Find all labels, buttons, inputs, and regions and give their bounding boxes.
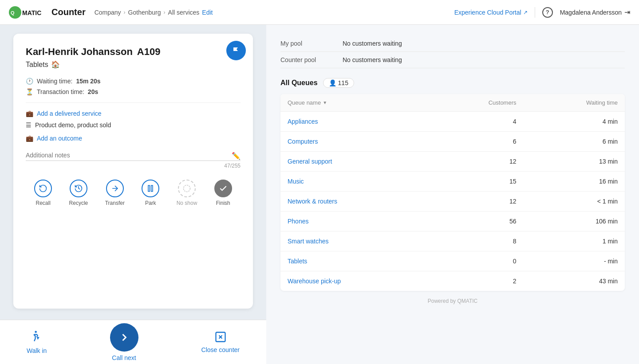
page-title: Counter	[51, 7, 86, 17]
close-counter-label: Close counter	[201, 346, 240, 353]
waiting-cell: 6 min	[524, 132, 625, 152]
recycle-icon	[70, 180, 87, 197]
table-row[interactable]: Computers 6 6 min	[280, 132, 625, 152]
walk-in-button[interactable]: Walk in	[27, 330, 47, 354]
flag-button[interactable]	[226, 41, 246, 60]
recycle-button[interactable]: Recycle	[69, 180, 88, 206]
table-row[interactable]: Appliances 4 4 min	[280, 112, 625, 132]
recall-button[interactable]: Recall	[34, 180, 52, 206]
breadcrumb: Company › Gothenburg › All services Edit	[95, 9, 213, 16]
transaction-time-row: ⏳ Transaction time: 20s	[26, 88, 241, 95]
col-queue-name[interactable]: Queue name ▼	[280, 94, 430, 112]
customer-ticket: A109	[137, 46, 161, 58]
user-name: Magdalena Andersson	[560, 9, 622, 16]
transaction-value: 20s	[88, 88, 98, 95]
waiting-cell: 43 min	[524, 271, 625, 291]
svg-text:MATIC: MATIC	[22, 9, 41, 16]
svg-text:Q: Q	[11, 10, 15, 16]
experience-cloud-link[interactable]: Experience Cloud Portal ↗	[454, 9, 528, 16]
sort-icon: ▼	[323, 100, 327, 105]
add-outcome-btn[interactable]: 💼 Add an outcome	[26, 135, 241, 142]
breadcrumb-sep-2: ›	[164, 9, 166, 16]
queue-name-cell[interactable]: Computers	[280, 132, 430, 152]
edit-link[interactable]: Edit	[202, 9, 213, 16]
customer-card: Karl-Henrik Johansson A109 Tablets 🏠 🕐 W…	[13, 34, 253, 309]
divider-1	[26, 102, 241, 103]
table-header-row: Queue name ▼ Customers Waiting time	[280, 94, 625, 112]
service-name: Tablets	[26, 61, 48, 69]
home-icon: 🏠	[51, 60, 60, 69]
queue-name-cell[interactable]: Network & routers	[280, 192, 430, 211]
queue-name-cell[interactable]: Warehouse pick-up	[280, 271, 430, 291]
left-scroll: Karl-Henrik Johansson A109 Tablets 🏠 🕐 W…	[0, 25, 266, 320]
table-row[interactable]: Smart watches 8 1 min	[280, 231, 625, 251]
queue-name-cell[interactable]: Music	[280, 172, 430, 192]
customers-cell: 0	[430, 251, 523, 271]
recall-icon	[34, 180, 52, 197]
svg-point-5	[184, 185, 190, 192]
transfer-icon	[106, 180, 124, 197]
no-show-label: No show	[177, 200, 197, 206]
customers-cell: 12	[430, 192, 523, 211]
main-content: Karl-Henrik Johansson A109 Tablets 🏠 🕐 W…	[0, 25, 639, 364]
time-info: 🕐 Waiting time: 15m 20s ⏳ Transaction ti…	[26, 78, 241, 95]
waiting-value: 15m 20s	[76, 78, 100, 85]
my-pool-row: My pool No customers waiting	[280, 35, 625, 52]
right-panel: My pool No customers waiting Counter poo…	[266, 25, 639, 364]
col-waiting-time: Waiting time	[524, 94, 625, 112]
close-counter-button[interactable]: Close counter	[201, 331, 240, 353]
queue-name-cell[interactable]: Phones	[280, 211, 430, 231]
queue-name-cell[interactable]: Smart watches	[280, 231, 430, 251]
table-row[interactable]: Phones 56 106 min	[280, 211, 625, 231]
customer-name-row: Karl-Henrik Johansson A109	[26, 46, 241, 58]
user-menu[interactable]: Magdalena Andersson ⇥	[560, 8, 630, 16]
add-outcome-label: Add an outcome	[37, 135, 82, 142]
all-queues-badge: 👤 115	[323, 78, 354, 88]
help-icon[interactable]: ?	[542, 7, 553, 18]
queue-name-cell[interactable]: Appliances	[280, 112, 430, 132]
pool-section: My pool No customers waiting Counter poo…	[280, 35, 625, 68]
breadcrumb-city: Gothenburg	[128, 9, 161, 16]
logout-icon: ⇥	[624, 8, 630, 16]
table-row[interactable]: Network & routers 12 < 1 min	[280, 192, 625, 211]
walk-in-label: Walk in	[27, 347, 47, 354]
breadcrumb-services: All services	[168, 9, 200, 16]
customers-cell: 6	[430, 132, 523, 152]
bottom-bar: Walk in Call next Close counter	[0, 320, 266, 364]
notes-section: ✏️ 47/255	[26, 150, 241, 169]
counter-pool-row: Counter pool No customers waiting	[280, 52, 625, 68]
customers-cell: 4	[430, 112, 523, 132]
queue-name-cell[interactable]: Tablets	[280, 251, 430, 271]
list-icon: ☰	[26, 121, 32, 129]
transfer-button[interactable]: Transfer	[105, 180, 125, 206]
powered-by: Powered by QMATIC	[280, 291, 625, 308]
add-service-label: Add a delivered service	[37, 110, 102, 117]
svg-rect-3	[148, 185, 150, 191]
action-buttons: Recall Recycle Transfer	[26, 180, 241, 206]
customers-cell: 8	[430, 231, 523, 251]
notes-edit-icon[interactable]: ✏️	[232, 152, 241, 160]
person-icon: 👤	[329, 79, 336, 86]
close-counter-icon	[214, 331, 227, 344]
no-show-button[interactable]: No show	[177, 180, 197, 206]
customers-cell: 2	[430, 271, 523, 291]
table-row[interactable]: Tablets 0 - min	[280, 251, 625, 271]
add-service-btn[interactable]: 💼 Add a delivered service	[26, 110, 241, 117]
finish-label: Finish	[216, 200, 230, 206]
table-row[interactable]: General support 12 13 min	[280, 152, 625, 172]
waiting-cell: - min	[524, 251, 625, 271]
my-pool-value: No customers waiting	[343, 40, 402, 47]
transfer-label: Transfer	[105, 200, 125, 206]
svg-rect-4	[151, 185, 153, 191]
call-next-button[interactable]	[110, 323, 138, 352]
park-icon	[142, 180, 159, 197]
customers-cell: 15	[430, 172, 523, 192]
notes-count: 47/255	[26, 163, 241, 169]
finish-button[interactable]: Finish	[214, 180, 232, 206]
all-queues-label: All Queues	[280, 79, 318, 87]
park-button[interactable]: Park	[142, 180, 159, 206]
table-row[interactable]: Music 15 16 min	[280, 172, 625, 192]
queue-name-cell[interactable]: General support	[280, 152, 430, 172]
notes-input[interactable]	[26, 150, 241, 161]
table-row[interactable]: Warehouse pick-up 2 43 min	[280, 271, 625, 291]
